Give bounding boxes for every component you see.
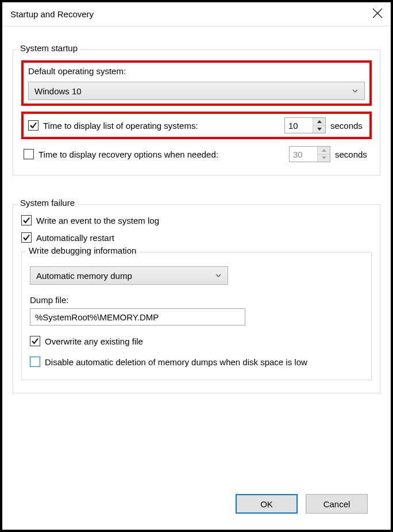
triangle-down-icon (322, 156, 326, 159)
default-os-value: Windows 10 (34, 86, 352, 96)
spinner-up-button[interactable] (318, 147, 330, 155)
system-failure-legend: System failure (18, 198, 77, 208)
svg-marker-3 (317, 128, 322, 131)
dialog-window: Startup and Recovery System startup Defa… (0, 0, 393, 532)
write-event-row: Write an event to the system log (21, 215, 372, 225)
time-display-os-row: Time to display list of operating system… (28, 117, 365, 133)
time-display-recovery-input (290, 147, 317, 162)
overwrite-row: Overwrite any existing file (30, 336, 363, 346)
debug-info-legend: Write debugging information (26, 246, 138, 255)
time-display-recovery-row: Time to display recovery options when ne… (21, 146, 372, 162)
check-icon (22, 216, 30, 224)
cancel-button[interactable]: Cancel (306, 494, 368, 514)
disable-auto-delete-checkbox[interactable] (30, 357, 40, 367)
dump-type-value: Automatic memory dump (36, 271, 215, 281)
window-title: Startup and Recovery (10, 9, 372, 19)
close-button[interactable] (372, 8, 383, 20)
spinner-buttons (313, 118, 325, 133)
time-display-os-label: Time to display list of operating system… (43, 121, 198, 131)
disable-auto-delete-row: Disable automatic deletion of memory dum… (30, 357, 363, 367)
dump-file-label: Dump file: (30, 295, 363, 305)
svg-marker-4 (322, 149, 326, 152)
system-startup-legend: System startup (18, 43, 80, 53)
spinner-down-button[interactable] (313, 126, 325, 133)
highlight-default-os: Default operating system: Windows 10 (21, 60, 372, 106)
dump-file-input[interactable] (30, 308, 245, 326)
time-display-os-input[interactable] (285, 118, 313, 133)
dump-type-select[interactable]: Automatic memory dump (30, 266, 228, 285)
time-display-recovery-spinner (289, 146, 330, 162)
svg-marker-2 (317, 120, 322, 123)
time-display-recovery-label: Time to display recovery options when ne… (38, 150, 218, 159)
overwrite-checkbox[interactable] (30, 336, 40, 346)
triangle-up-icon (317, 120, 322, 123)
svg-marker-5 (322, 156, 326, 159)
disable-auto-delete-label: Disable automatic deletion of memory dum… (45, 357, 307, 367)
time-display-recovery-container: Time to display recovery options when ne… (21, 146, 372, 162)
chevron-down-icon (215, 272, 222, 279)
default-os-select[interactable]: Windows 10 (28, 82, 365, 100)
chevron-down-icon (352, 87, 359, 94)
seconds-label: seconds (330, 121, 365, 131)
system-failure-group: System failure Write an event to the sys… (13, 204, 380, 393)
debug-info-group: Write debugging information Automatic me… (21, 252, 372, 380)
time-display-os-spinner (284, 117, 326, 133)
spinner-buttons (317, 147, 330, 162)
write-event-label: Write an event to the system log (36, 216, 159, 225)
spinner-down-button[interactable] (318, 155, 330, 162)
check-icon (22, 234, 30, 242)
auto-restart-row: Automatically restart (21, 232, 372, 243)
auto-restart-checkbox[interactable] (21, 232, 32, 243)
seconds-label: seconds (335, 150, 369, 159)
default-os-label: Default operating system: (28, 66, 365, 76)
button-bar: OK Cancel (13, 484, 380, 523)
content-area: System startup Default operating system:… (2, 26, 391, 530)
check-icon (29, 121, 37, 129)
system-startup-group: System startup Default operating system:… (13, 49, 380, 175)
ok-button[interactable]: OK (236, 494, 298, 514)
time-display-os-checkbox[interactable] (28, 120, 38, 131)
check-icon (31, 337, 39, 345)
auto-restart-label: Automatically restart (36, 233, 114, 243)
close-icon (372, 8, 383, 18)
triangle-down-icon (317, 128, 322, 131)
spinner-up-button[interactable] (313, 118, 325, 126)
overwrite-label: Overwrite any existing file (45, 336, 143, 346)
write-event-checkbox[interactable] (21, 215, 32, 225)
triangle-up-icon (322, 149, 326, 152)
time-display-recovery-checkbox[interactable] (24, 149, 34, 159)
highlight-time-os: Time to display list of operating system… (21, 112, 372, 139)
titlebar: Startup and Recovery (2, 2, 391, 26)
